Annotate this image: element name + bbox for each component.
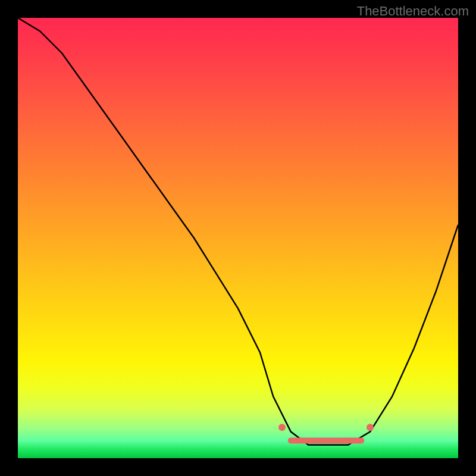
plateau-right-marker bbox=[367, 424, 374, 431]
plateau-markers bbox=[278, 424, 374, 440]
attribution-text: TheBottleneck.com bbox=[357, 4, 469, 19]
chart-plot-area bbox=[18, 18, 458, 458]
bottleneck-curve bbox=[18, 18, 458, 445]
plateau-left-marker bbox=[278, 424, 286, 431]
chart-svg bbox=[18, 18, 458, 458]
